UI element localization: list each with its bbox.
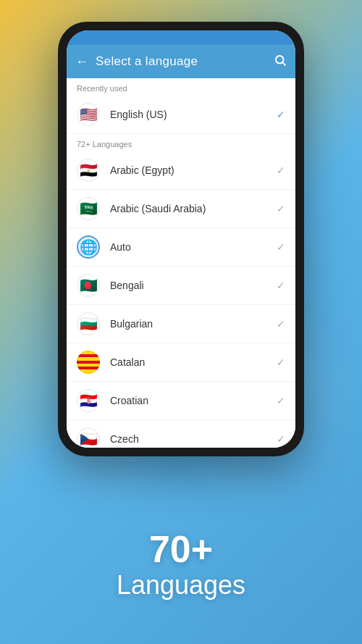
check-hr: ✓ [277, 395, 285, 406]
flag-bg: 🇧🇬 [77, 312, 100, 335]
flag-ar-sa: 🇸🇦 [77, 197, 100, 220]
svg-point-0 [276, 56, 284, 64]
promo-text: 70+ Languages [0, 529, 362, 601]
language-item-bg[interactable]: 🇧🇬 Bulgarian ✓ [67, 305, 295, 343]
check-auto: ✓ [277, 241, 285, 253]
phone-mockup: ← Select a language Recently used 🇺🇸 [58, 22, 304, 456]
status-bar [67, 30, 295, 45]
search-button[interactable] [274, 54, 287, 70]
svg-line-1 [282, 62, 285, 65]
page-title: Select a language [96, 54, 274, 69]
languages-count-label: 72+ Languages [67, 134, 295, 151]
flag-auto: 🌐 [77, 235, 100, 259]
check-en-us: ✓ [277, 109, 285, 120]
check-ar-sa: ✓ [277, 203, 285, 214]
language-item-ar-eg[interactable]: 🇪🇬 Arabic (Egypt) ✓ [67, 151, 295, 190]
language-item-hr[interactable]: 🇭🇷 Croatian ✓ [67, 382, 295, 420]
language-name-en-us: English (US) [110, 109, 277, 120]
language-name-ar-sa: Arabic (Saudi Arabia) [110, 203, 277, 214]
check-cs: ✓ [277, 433, 285, 445]
check-bn: ✓ [277, 280, 285, 291]
language-item-bn[interactable]: 🇧🇩 Bengali ✓ [67, 267, 295, 305]
flag-en-us: 🇺🇸 [77, 103, 100, 126]
flag-ar-eg: 🇪🇬 [77, 159, 100, 182]
promo-number: 70+ [0, 529, 362, 570]
check-ar-eg: ✓ [277, 164, 285, 176]
language-name-auto: Auto [110, 241, 277, 253]
language-item-cs[interactable]: 🇨🇿 Czech ✓ [67, 420, 295, 448]
language-name-bg: Bulgarian [110, 318, 277, 330]
flag-cs: 🇨🇿 [77, 427, 100, 448]
check-bg: ✓ [277, 318, 285, 330]
app-header: ← Select a language [67, 45, 295, 78]
language-name-bn: Bengali [110, 280, 277, 291]
flag-bn: 🇧🇩 [77, 274, 100, 297]
language-item-auto[interactable]: 🌐 Auto ✓ [67, 228, 295, 267]
language-name-ar-eg: Arabic (Egypt) [110, 164, 277, 176]
language-name-ca: Catalan [110, 356, 277, 368]
flag-ca [77, 351, 100, 374]
flag-hr: 🇭🇷 [77, 389, 100, 412]
phone-body: ← Select a language Recently used 🇺🇸 [58, 22, 304, 456]
check-ca: ✓ [277, 356, 285, 368]
language-item-ar-sa[interactable]: 🇸🇦 Arabic (Saudi Arabia) ✓ [67, 190, 295, 228]
promo-word: Languages [0, 570, 362, 601]
language-item-en-us[interactable]: 🇺🇸 English (US) ✓ [67, 96, 295, 134]
language-item-ca[interactable]: Catalan ✓ [67, 343, 295, 382]
language-name-cs: Czech [110, 433, 277, 445]
language-name-hr: Croatian [110, 395, 277, 406]
back-button[interactable]: ← [75, 54, 88, 70]
recently-used-label: Recently used [67, 78, 295, 96]
phone-screen: ← Select a language Recently used 🇺🇸 [67, 30, 295, 448]
language-list: Recently used 🇺🇸 English (US) ✓ 72+ Lang… [67, 78, 295, 448]
